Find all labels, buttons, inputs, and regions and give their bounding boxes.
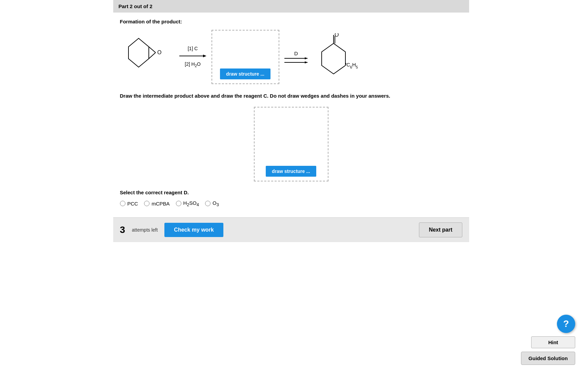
svg-marker-6 (203, 55, 206, 57)
step-d-arrow: D (283, 51, 310, 64)
radio-mcpba[interactable] (144, 201, 149, 206)
radio-option-h2so4[interactable]: H2SO4 (176, 200, 199, 207)
reagent-select-label: Select the correct reagent D. (120, 190, 462, 195)
attempts-count: 3 (120, 224, 125, 235)
part-header: Part 2 out of 2 (113, 0, 469, 13)
reagent-options: PCC mCPBA H2SO4 O3 (120, 200, 462, 207)
reaction-diagram: O [1] C [2] H2O d (120, 30, 462, 84)
attempts-label: attempts left (132, 227, 158, 233)
label-h2so4: H2SO4 (183, 200, 199, 207)
draw-box-intermediate[interactable]: draw structure ... (212, 30, 279, 84)
label-o3: O3 (213, 200, 219, 207)
bottom-bar: 3 attempts left Check my work Next part (113, 217, 469, 242)
reaction-arrow-area: [1] C [2] H2O (178, 45, 208, 69)
instruction-text: Draw the intermediate product above and … (120, 92, 462, 100)
label-mcpba: mCPBA (152, 201, 169, 207)
radio-option-pcc[interactable]: PCC (120, 201, 138, 207)
formation-label: Formation of the product: (120, 19, 462, 24)
svg-marker-0 (128, 38, 149, 67)
draw-box-reagent-c[interactable]: draw structure ... (254, 107, 328, 181)
radio-h2so4[interactable] (176, 201, 181, 206)
step-d-label: D (294, 51, 298, 56)
radio-option-mcpba[interactable]: mCPBA (144, 201, 169, 207)
radio-o3[interactable] (205, 201, 210, 206)
product-molecule: O C6H5 (313, 33, 374, 81)
draw-structure-btn-2[interactable]: draw structure ... (266, 166, 316, 177)
radio-pcc[interactable] (120, 201, 125, 206)
svg-marker-10 (305, 61, 308, 63)
svg-line-3 (149, 53, 156, 59)
svg-marker-11 (322, 43, 345, 74)
next-part-button[interactable]: Next part (419, 222, 462, 237)
draw-section-reagent-c: draw structure ... (120, 107, 462, 181)
svg-line-2 (149, 47, 156, 53)
reactant-molecule: O (120, 35, 174, 79)
radio-option-o3[interactable]: O3 (205, 200, 219, 207)
reagent-1-label: [1] C (188, 45, 198, 52)
svg-text:O: O (157, 50, 161, 55)
svg-text:C6H5: C6H5 (346, 62, 358, 69)
check-my-work-button[interactable]: Check my work (164, 223, 223, 237)
label-pcc: PCC (127, 201, 138, 207)
svg-marker-8 (305, 57, 308, 59)
draw-structure-btn-1[interactable]: draw structure ... (220, 68, 270, 79)
reagent-2-label: [2] H2O (185, 61, 201, 68)
part-label: Part 2 out of 2 (119, 3, 153, 9)
